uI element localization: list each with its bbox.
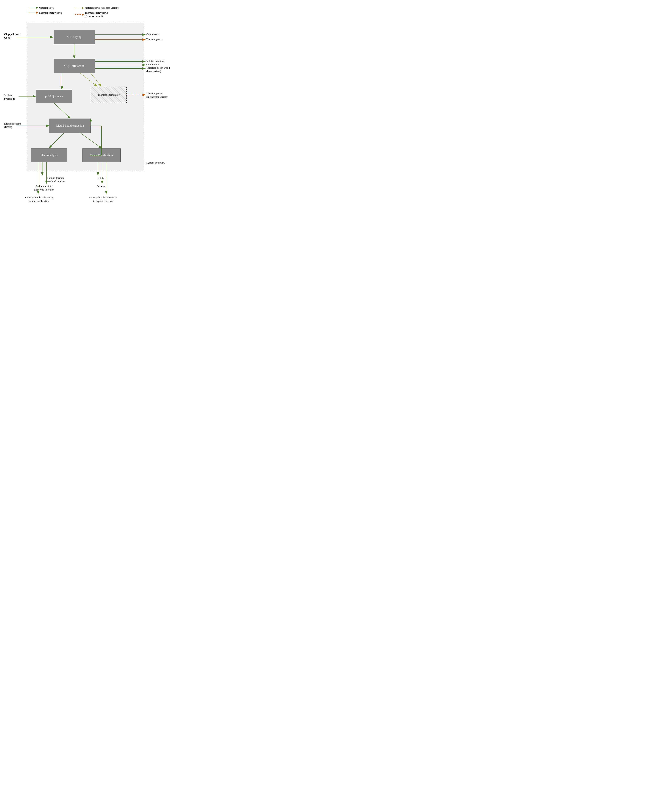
legend-thermal-variant: Thermal energy flows(Process variant) (75, 11, 119, 18)
furfural-label: Furfural (93, 185, 109, 188)
volatile-fraction-label: Volatile fraction (146, 59, 163, 63)
thermal-power-incinerator-label: Thermal power(Incinerator variant) (146, 92, 168, 99)
dcm-label: Dichlormethane(DCM) (4, 122, 25, 129)
legend-line-thermal-variant (75, 14, 83, 15)
five-hmf-label: 5-HMF (94, 176, 110, 180)
batch-rectification-box: Batch-Rectification (83, 149, 121, 162)
ph-adjustment-box: pH-Adjustment (36, 90, 72, 103)
shs-drying-box: SHS-Drying (54, 30, 95, 45)
legend-material-flows: Material flows (29, 6, 63, 10)
liquid-extraction-box: Liquid-liquid extraction (50, 119, 91, 133)
legend-line-material (29, 8, 37, 8)
biomass-incinerator-box: Biomass incinerator (91, 87, 127, 103)
legend-label-thermal: Thermal energy flows (39, 11, 63, 15)
condensate-1-label: Condensate (146, 33, 159, 36)
legend-line-thermal (29, 13, 37, 13)
legend-thermal-flows: Thermal energy flows (29, 11, 63, 15)
other-organic-label: Other valuable substancesin organic frac… (78, 196, 128, 203)
full-diagram: Material flows Thermal energy flows (4, 4, 172, 221)
chipped-beech-wood-label: Chipped beech wood (4, 33, 23, 40)
other-aqueous-label: Other valuable substancesin aqueous frac… (15, 196, 63, 203)
sodium-hydroxide-label: Sodiumhydroxide (4, 94, 24, 101)
thermal-power-1-label: Thermal power (146, 38, 163, 41)
shs-torrefaction-box: SHS-Torrefaction (54, 59, 95, 73)
legend-line-material-variant (75, 8, 83, 8)
legend-label-material-variant: Material flows (Process variant) (85, 6, 119, 10)
torrefied-beech-wood-label: Torrefied beech wood(base variant) (146, 66, 170, 73)
legend-label-thermal-variant: Thermal energy flows(Process variant) (85, 11, 109, 18)
system-boundary-label: System boundary (146, 161, 165, 165)
sodium-acetate-label: Sodium acetatedissolved in water (25, 185, 63, 192)
condensate-2-right-label: Condensate (146, 63, 159, 66)
diagram-wrapper: Material flows Thermal energy flows (4, 4, 172, 221)
sodium-formate-label: Sodium formatedissolved in water (39, 176, 72, 183)
electrodialysis-box: Electrodialysis (31, 149, 67, 162)
legend-material-variant: Material flows (Process variant) (75, 6, 119, 10)
legend-label-material: Material flows (39, 6, 54, 10)
legend: Material flows Thermal energy flows (29, 6, 169, 18)
